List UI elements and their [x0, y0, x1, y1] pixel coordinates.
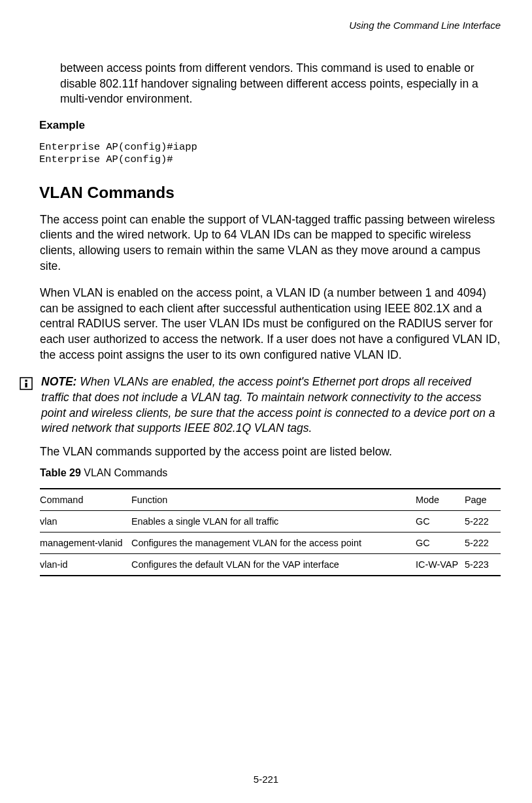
th-function: Function [131, 489, 416, 511]
cell-function: Enables a single VLAN for all traffic [131, 511, 416, 533]
after-note-paragraph: The VLAN commands supported by the acces… [40, 444, 501, 460]
cell-command: vlan [40, 511, 131, 533]
running-header: Using the Command Line Interface [20, 20, 506, 31]
table-caption-label: Table 29 [40, 467, 81, 478]
note-text: NOTE: When VLANs are enabled, the access… [41, 374, 501, 436]
note-block: NOTE: When VLANs are enabled, the access… [20, 374, 501, 436]
th-mode: Mode [416, 489, 465, 511]
info-icon [20, 377, 33, 393]
table-caption-text: VLAN Commands [81, 467, 168, 478]
cell-page: 5-222 [465, 511, 501, 533]
cell-command: management-vlanid [40, 533, 131, 554]
th-page: Page [465, 489, 501, 511]
table-row: vlan Enables a single VLAN for all traff… [40, 511, 501, 533]
page-number: 5-221 [0, 774, 532, 785]
cell-page: 5-222 [465, 533, 501, 554]
cell-function: Configures the default VLAN for the VAP … [131, 554, 416, 576]
table-row: management-vlanid Configures the managem… [40, 533, 501, 554]
cell-function: Configures the management VLAN for the a… [131, 533, 416, 554]
intro-paragraph: between access points from different ven… [60, 61, 501, 107]
note-body: When VLANs are enabled, the access point… [41, 375, 495, 434]
code-example: Enterprise AP(config)#iapp Enterprise AP… [39, 141, 501, 167]
th-command: Command [40, 489, 131, 511]
vlan-commands-table: Command Function Mode Page vlan Enables … [40, 488, 501, 576]
section-paragraph-2: When VLAN is enabled on the access point… [40, 286, 501, 363]
cell-page: 5-223 [465, 554, 501, 576]
section-paragraph-1: The access point can enable the support … [40, 212, 501, 274]
cell-mode: GC [416, 511, 465, 533]
svg-rect-2 [25, 383, 27, 387]
table-caption: Table 29 VLAN Commands [40, 467, 501, 479]
table-row: vlan-id Configures the default VLAN for … [40, 554, 501, 576]
cell-command: vlan-id [40, 554, 131, 576]
section-heading-vlan-commands: VLAN Commands [39, 184, 501, 202]
note-label: NOTE: [41, 375, 76, 388]
example-heading: Example [39, 119, 501, 132]
cell-mode: IC-W-VAP [416, 554, 465, 576]
cell-mode: GC [416, 533, 465, 554]
svg-rect-1 [25, 380, 27, 382]
table-header-row: Command Function Mode Page [40, 489, 501, 511]
